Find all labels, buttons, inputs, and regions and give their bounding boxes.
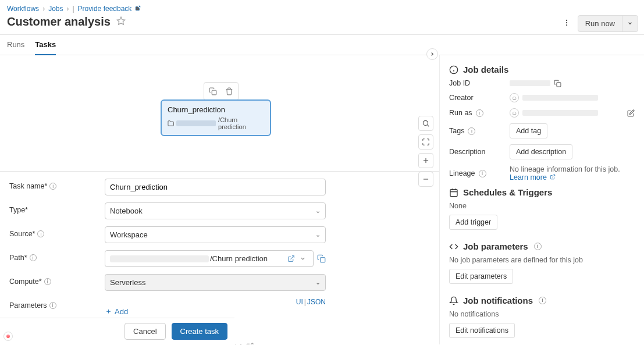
- lineage-label: Lineagei: [449, 169, 510, 177]
- svg-rect-15: [450, 189, 457, 196]
- redacted-creator: [522, 95, 598, 101]
- tags-label: Tagsi: [449, 127, 510, 135]
- add-description-button[interactable]: Add description: [510, 144, 572, 159]
- copy-path-icon[interactable]: [317, 254, 326, 263]
- svg-line-6: [428, 125, 429, 127]
- schedules-none: None: [449, 202, 635, 210]
- label-task-name: Task name*: [9, 182, 47, 190]
- star-icon[interactable]: [116, 16, 126, 27]
- info-icon[interactable]: i: [479, 170, 486, 177]
- chevron-down-icon: ⌄: [315, 279, 321, 286]
- redacted-job-id: [510, 80, 550, 86]
- create-task-button[interactable]: Create task: [172, 323, 227, 340]
- node-toolbar: [204, 82, 239, 101]
- title-bar: Customer analysis: [0, 13, 644, 34]
- panel-collapse-handle[interactable]: [426, 48, 438, 60]
- side-panel: Job details Job ID Creator ☺ Run asi ☺ T…: [439, 55, 644, 344]
- redacted-path: [176, 120, 216, 126]
- info-icon[interactable]: i: [49, 183, 56, 190]
- chevron-right-icon: ›: [66, 5, 69, 13]
- search-icon[interactable]: [418, 116, 433, 131]
- info-icon[interactable]: i: [534, 243, 542, 250]
- chevron-down-icon: ⌄: [315, 207, 321, 215]
- fit-screen-icon[interactable]: [418, 134, 433, 150]
- code-icon: [449, 242, 458, 251]
- divider: |: [72, 5, 74, 13]
- task-node[interactable]: Churn_prediction /Churn prediction: [161, 99, 271, 136]
- compute-select[interactable]: Serverless⌄: [105, 274, 326, 291]
- crumb-workflows[interactable]: Workflows: [7, 5, 39, 13]
- edit-icon[interactable]: [627, 109, 635, 117]
- svg-marker-0: [117, 17, 124, 24]
- info-icon[interactable]: i: [539, 297, 546, 304]
- crumb-jobs[interactable]: Jobs: [48, 5, 63, 13]
- run-now-button[interactable]: Run now: [578, 16, 622, 31]
- add-tag-button[interactable]: Add tag: [510, 123, 547, 138]
- page-title: Customer analysis: [7, 15, 111, 29]
- params-none: No job parameters are defined for this j…: [449, 256, 635, 264]
- svg-point-2: [566, 22, 567, 23]
- ui-json-toggle: UI|JSON: [105, 298, 326, 306]
- add-parameter-link[interactable]: ＋ Add: [105, 306, 128, 316]
- bell-icon: [449, 296, 458, 305]
- path-input[interactable]: /Churn prediction: [105, 250, 314, 267]
- lineage-none: No lineage information for this job.: [510, 165, 635, 173]
- edit-notifications-button[interactable]: Edit notifications: [449, 323, 515, 338]
- svg-rect-14: [557, 82, 561, 86]
- copy-icon[interactable]: [554, 80, 561, 87]
- user-icon: ☺: [510, 108, 519, 118]
- label-source: Source*: [9, 230, 35, 238]
- svg-point-1: [566, 20, 567, 21]
- cancel-button[interactable]: Cancel: [124, 323, 165, 340]
- label-compute: Compute*: [9, 278, 42, 286]
- delete-task-icon[interactable]: [223, 85, 236, 98]
- copy-task-icon[interactable]: [207, 85, 219, 98]
- info-icon[interactable]: i: [49, 302, 56, 309]
- ui-toggle[interactable]: UI: [296, 298, 303, 306]
- redacted-runas: [522, 110, 598, 116]
- description-label: Description: [449, 148, 510, 156]
- info-icon[interactable]: i: [44, 278, 51, 285]
- info-icon[interactable]: i: [30, 254, 37, 261]
- task-name-input[interactable]: [105, 179, 326, 195]
- source-select[interactable]: Workspace⌄: [105, 226, 326, 243]
- provide-feedback-link[interactable]: Provide feedback: [78, 5, 141, 13]
- info-icon[interactable]: i: [37, 230, 44, 237]
- breadcrumb: Workflows › Jobs › | Provide feedback: [0, 0, 644, 13]
- kebab-menu[interactable]: [560, 16, 573, 31]
- status-indicator[interactable]: [3, 332, 13, 341]
- tabs: Runs Tasks: [0, 34, 644, 55]
- info-icon[interactable]: i: [476, 109, 483, 117]
- add-trigger-button[interactable]: Add trigger: [449, 215, 497, 230]
- tab-runs[interactable]: Runs: [7, 35, 24, 55]
- node-title: Churn_prediction: [168, 105, 264, 114]
- svg-point-3: [566, 24, 567, 26]
- creator-label: Creator: [449, 94, 510, 102]
- svg-rect-10: [321, 258, 325, 262]
- chevron-down-icon: ⌄: [315, 231, 321, 239]
- label-type: Type*: [9, 206, 28, 214]
- calendar-icon: [449, 188, 458, 197]
- user-icon: ☺: [510, 93, 519, 102]
- learn-more-link[interactable]: Learn more: [510, 173, 556, 182]
- edit-icon[interactable]: [246, 343, 254, 344]
- tab-tasks[interactable]: Tasks: [35, 35, 56, 55]
- node-path: /Churn prediction: [168, 116, 264, 130]
- zoom-out-icon[interactable]: [418, 172, 433, 187]
- label-path: Path*: [9, 254, 27, 262]
- folder-icon: [168, 120, 174, 127]
- run-now-dropdown[interactable]: [622, 16, 638, 31]
- chevron-down-icon[interactable]: [300, 255, 306, 262]
- type-select[interactable]: Notebook⌄: [105, 202, 326, 219]
- redacted-path-prefix: [110, 255, 209, 262]
- job-details-header: Job details: [449, 65, 635, 74]
- open-external-icon[interactable]: [287, 255, 295, 262]
- json-toggle[interactable]: JSON: [307, 298, 326, 306]
- zoom-in-icon[interactable]: [418, 153, 433, 168]
- task-canvas[interactable]: Churn_prediction /Churn prediction: [0, 55, 439, 172]
- notifs-header: Job notificationsi: [449, 296, 635, 305]
- info-circle-icon: [449, 65, 458, 74]
- edit-parameters-button[interactable]: Edit parameters: [449, 269, 513, 284]
- info-icon[interactable]: i: [468, 127, 475, 135]
- svg-rect-4: [212, 90, 216, 95]
